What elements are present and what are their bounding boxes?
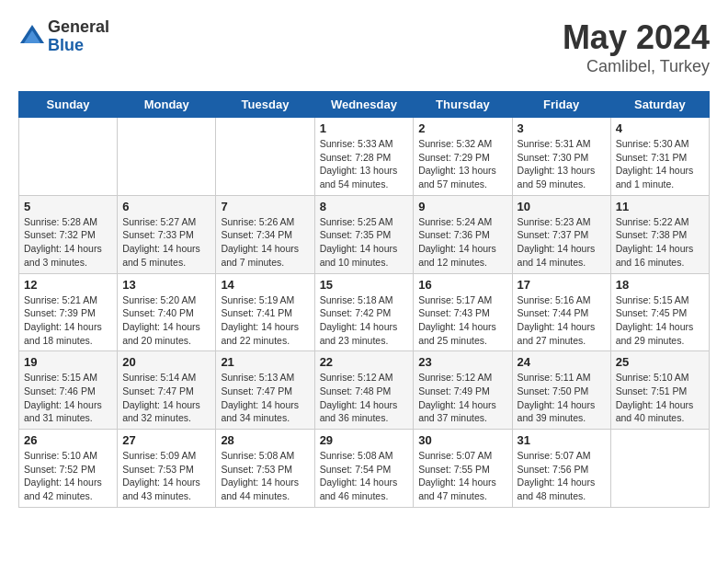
day-number: 21 (221, 355, 309, 369)
day-info: Sunrise: 5:23 AM Sunset: 7:37 PM Dayligh… (518, 215, 606, 270)
day-number: 11 (616, 200, 704, 213)
calendar-cell: 20Sunrise: 5:14 AM Sunset: 7:47 PM Dayli… (118, 351, 216, 430)
calendar-cell: 1Sunrise: 5:33 AM Sunset: 7:28 PM Daylig… (314, 118, 414, 196)
calendar-cell: 6Sunrise: 5:27 AM Sunset: 7:33 PM Daylig… (118, 195, 216, 273)
day-info: Sunrise: 5:15 AM Sunset: 7:45 PM Dayligh… (616, 293, 704, 348)
day-info: Sunrise: 5:10 AM Sunset: 7:52 PM Dayligh… (24, 449, 112, 503)
calendar-cell: 18Sunrise: 5:15 AM Sunset: 7:45 PM Dayli… (610, 273, 709, 351)
calendar-cell: 29Sunrise: 5:08 AM Sunset: 7:54 PM Dayli… (314, 430, 414, 508)
day-info: Sunrise: 5:10 AM Sunset: 7:51 PM Dayligh… (616, 371, 704, 425)
day-info: Sunrise: 5:09 AM Sunset: 7:53 PM Dayligh… (122, 449, 210, 503)
day-number: 17 (518, 278, 606, 292)
weekday-header: Thursday (414, 92, 512, 118)
calendar-cell: 27Sunrise: 5:09 AM Sunset: 7:53 PM Dayli… (118, 430, 216, 508)
calendar-cell: 15Sunrise: 5:18 AM Sunset: 7:42 PM Dayli… (314, 273, 414, 351)
calendar-cell: 30Sunrise: 5:07 AM Sunset: 7:55 PM Dayli… (414, 430, 512, 508)
calendar-cell: 22Sunrise: 5:12 AM Sunset: 7:48 PM Dayli… (314, 351, 414, 430)
day-info: Sunrise: 5:24 AM Sunset: 7:36 PM Dayligh… (418, 215, 506, 270)
day-number: 29 (320, 433, 409, 447)
calendar-week-row: 19Sunrise: 5:15 AM Sunset: 7:46 PM Dayli… (19, 351, 710, 430)
logo-blue-text: Blue (48, 37, 109, 55)
day-number: 25 (616, 355, 704, 369)
day-number: 4 (616, 121, 704, 135)
calendar-cell: 17Sunrise: 5:16 AM Sunset: 7:44 PM Dayli… (512, 273, 610, 351)
day-info: Sunrise: 5:11 AM Sunset: 7:50 PM Dayligh… (518, 371, 606, 425)
calendar-cell: 10Sunrise: 5:23 AM Sunset: 7:37 PM Dayli… (512, 195, 610, 273)
calendar-cell (216, 118, 314, 196)
day-info: Sunrise: 5:12 AM Sunset: 7:48 PM Dayligh… (320, 371, 409, 425)
day-info: Sunrise: 5:28 AM Sunset: 7:32 PM Dayligh… (24, 215, 112, 270)
day-number: 20 (122, 355, 210, 369)
day-info: Sunrise: 5:27 AM Sunset: 7:33 PM Dayligh… (122, 215, 210, 270)
calendar-title: May 2024 (563, 18, 710, 57)
calendar-cell: 13Sunrise: 5:20 AM Sunset: 7:40 PM Dayli… (118, 273, 216, 351)
day-info: Sunrise: 5:30 AM Sunset: 7:31 PM Dayligh… (616, 137, 704, 191)
day-number: 1 (320, 121, 409, 135)
day-info: Sunrise: 5:07 AM Sunset: 7:55 PM Dayligh… (418, 449, 506, 503)
calendar-location: Camlibel, Turkey (563, 57, 710, 76)
day-info: Sunrise: 5:18 AM Sunset: 7:42 PM Dayligh… (320, 293, 409, 348)
day-info: Sunrise: 5:13 AM Sunset: 7:47 PM Dayligh… (221, 371, 309, 425)
calendar-table: SundayMondayTuesdayWednesdayThursdayFrid… (18, 91, 710, 508)
day-number: 26 (24, 433, 112, 447)
calendar-week-row: 26Sunrise: 5:10 AM Sunset: 7:52 PM Dayli… (19, 430, 710, 508)
calendar-cell: 31Sunrise: 5:07 AM Sunset: 7:56 PM Dayli… (512, 430, 610, 508)
title-block: May 2024 Camlibel, Turkey (563, 18, 710, 76)
logo-text: General Blue (48, 18, 109, 55)
day-number: 24 (518, 355, 606, 369)
calendar-cell: 11Sunrise: 5:22 AM Sunset: 7:38 PM Dayli… (610, 195, 709, 273)
weekday-header: Tuesday (216, 92, 314, 118)
logo-general: General (48, 18, 109, 37)
day-info: Sunrise: 5:22 AM Sunset: 7:38 PM Dayligh… (616, 215, 704, 270)
logo: General Blue (18, 18, 109, 55)
day-info: Sunrise: 5:12 AM Sunset: 7:49 PM Dayligh… (418, 371, 506, 425)
calendar-cell: 28Sunrise: 5:08 AM Sunset: 7:53 PM Dayli… (216, 430, 314, 508)
weekday-header: Saturday (610, 92, 709, 118)
day-number: 30 (418, 433, 506, 447)
day-info: Sunrise: 5:19 AM Sunset: 7:41 PM Dayligh… (221, 293, 309, 348)
calendar-cell: 14Sunrise: 5:19 AM Sunset: 7:41 PM Dayli… (216, 273, 314, 351)
weekday-header: Monday (118, 92, 216, 118)
day-info: Sunrise: 5:25 AM Sunset: 7:35 PM Dayligh… (320, 215, 409, 270)
calendar-cell: 3Sunrise: 5:31 AM Sunset: 7:30 PM Daylig… (512, 118, 610, 196)
calendar-cell: 19Sunrise: 5:15 AM Sunset: 7:46 PM Dayli… (19, 351, 118, 430)
day-number: 15 (320, 278, 409, 292)
day-info: Sunrise: 5:31 AM Sunset: 7:30 PM Dayligh… (518, 137, 606, 191)
calendar-cell (19, 118, 118, 196)
day-number: 19 (24, 355, 112, 369)
day-info: Sunrise: 5:21 AM Sunset: 7:39 PM Dayligh… (24, 293, 112, 348)
calendar-cell: 2Sunrise: 5:32 AM Sunset: 7:29 PM Daylig… (414, 118, 512, 196)
day-number: 18 (616, 278, 704, 292)
calendar-week-row: 5Sunrise: 5:28 AM Sunset: 7:32 PM Daylig… (19, 195, 710, 273)
day-info: Sunrise: 5:17 AM Sunset: 7:43 PM Dayligh… (418, 293, 506, 348)
day-number: 13 (122, 278, 210, 292)
day-number: 2 (418, 121, 506, 135)
day-number: 28 (221, 433, 309, 447)
day-number: 7 (221, 200, 309, 213)
calendar-cell: 25Sunrise: 5:10 AM Sunset: 7:51 PM Dayli… (610, 351, 709, 430)
day-number: 22 (320, 355, 409, 369)
day-number: 16 (418, 278, 506, 292)
calendar-cell: 26Sunrise: 5:10 AM Sunset: 7:52 PM Dayli… (19, 430, 118, 508)
day-info: Sunrise: 5:26 AM Sunset: 7:34 PM Dayligh… (221, 215, 309, 270)
calendar-cell: 21Sunrise: 5:13 AM Sunset: 7:47 PM Dayli… (216, 351, 314, 430)
weekday-header-row: SundayMondayTuesdayWednesdayThursdayFrid… (19, 92, 710, 118)
calendar-cell: 23Sunrise: 5:12 AM Sunset: 7:49 PM Dayli… (414, 351, 512, 430)
calendar-cell (610, 430, 709, 508)
weekday-header: Sunday (19, 92, 118, 118)
day-info: Sunrise: 5:20 AM Sunset: 7:40 PM Dayligh… (122, 293, 210, 348)
day-info: Sunrise: 5:08 AM Sunset: 7:53 PM Dayligh… (221, 449, 309, 503)
calendar-week-row: 12Sunrise: 5:21 AM Sunset: 7:39 PM Dayli… (19, 273, 710, 351)
day-number: 8 (320, 200, 409, 213)
day-number: 12 (24, 278, 112, 292)
day-number: 27 (122, 433, 210, 447)
day-number: 3 (518, 121, 606, 135)
day-number: 23 (418, 355, 506, 369)
day-info: Sunrise: 5:16 AM Sunset: 7:44 PM Dayligh… (518, 293, 606, 348)
day-number: 10 (518, 200, 606, 213)
calendar-cell: 8Sunrise: 5:25 AM Sunset: 7:35 PM Daylig… (314, 195, 414, 273)
day-number: 5 (24, 200, 112, 213)
calendar-cell (118, 118, 216, 196)
day-info: Sunrise: 5:33 AM Sunset: 7:28 PM Dayligh… (320, 137, 409, 191)
weekday-header: Friday (512, 92, 610, 118)
